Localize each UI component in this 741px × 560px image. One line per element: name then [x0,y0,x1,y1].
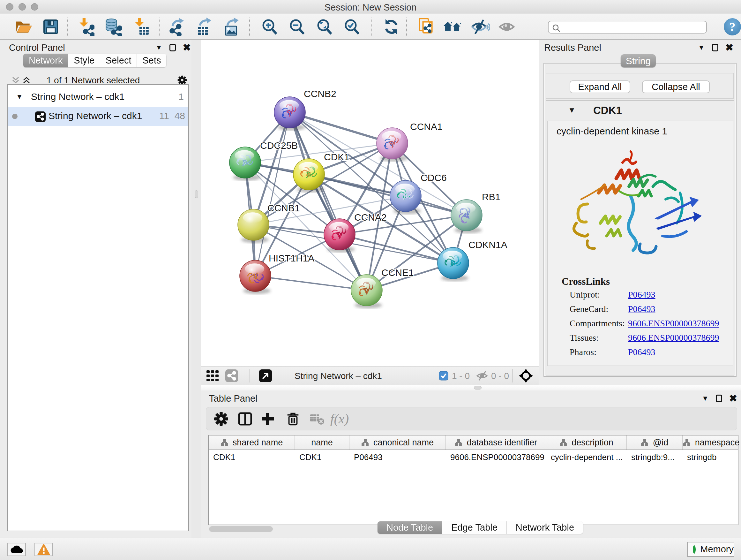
tab-node-table[interactable]: Node Table [378,521,442,534]
toolbar-separator [406,17,407,36]
node-RB1[interactable] [451,199,482,233]
import-network-database-icon[interactable] [104,17,122,36]
import-table-icon[interactable] [131,17,150,36]
gene-section-header[interactable]: ▼ CDK1 [546,101,734,120]
tab-style[interactable]: Style [68,54,100,67]
import-network-file-icon[interactable] [76,17,94,36]
window-title: Session: New Session [0,2,741,13]
hidden-eye-icon[interactable] [476,370,489,381]
crosslink-link[interactable]: P06493 [628,304,656,314]
column-header-sharedname[interactable]: shared name [209,435,295,449]
tab-sets[interactable]: Sets [137,54,166,67]
network-collection-row[interactable]: ▼ String Network – cdk1 1 [8,89,188,107]
close-panel-icon[interactable]: ✖ [725,44,733,51]
cell-namespace[interactable]: stringdb [683,450,740,464]
zoom-out-icon[interactable] [288,18,306,36]
node-CCNA1[interactable] [377,128,408,162]
crosslink-link[interactable]: 9606.ENSP00000378699 [628,333,719,343]
show-hide-panels-icon[interactable] [471,18,490,36]
fit-selected-icon[interactable] [519,368,533,383]
close-panel-icon[interactable]: ✖ [729,395,737,402]
crosslink-link[interactable]: P06493 [628,290,656,300]
collapse-panel-icon[interactable]: ▼ [698,44,705,52]
column-header-id[interactable]: @id [627,435,683,449]
refresh-icon[interactable] [382,18,400,36]
open-session-icon[interactable] [14,17,32,36]
cell-id[interactable]: stringdb:9... [627,450,683,464]
node-HIST1H1A[interactable] [240,260,271,294]
column-header-databaseidentifier[interactable]: database identifier [446,435,546,449]
help-button[interactable]: ? [724,18,741,36]
float-panel-icon[interactable] [712,44,718,51]
gear-icon[interactable] [178,75,187,85]
tab-select[interactable]: Select [100,54,137,67]
tab-edge-table[interactable]: Edge Table [442,521,507,534]
node-CDKN1A[interactable] [437,247,469,281]
vertical-splitter-handle[interactable] [195,190,198,198]
add-column-icon[interactable] [260,412,275,426]
eye-icon[interactable] [498,18,517,36]
horizontal-splitter[interactable] [201,385,741,390]
cell-canonicalname[interactable]: P06493 [349,450,446,464]
home-icon[interactable] [443,18,462,36]
edge-CCNB2-HIST1H1A[interactable] [255,112,290,276]
float-panel-icon[interactable] [716,395,722,402]
node-CCNA2[interactable] [324,219,355,253]
section-expand-icon[interactable]: ▼ [568,106,576,115]
cell-name[interactable]: CDK1 [295,450,349,464]
cell-description[interactable]: cyclin-dependent ... [546,450,627,464]
horizontal-scrollbar[interactable] [209,526,273,532]
show-columns-icon[interactable] [238,412,253,426]
node-CCNB1[interactable] [238,209,269,243]
open-in-window-icon[interactable] [259,369,272,382]
zoom-selected-icon[interactable] [343,18,361,36]
delete-table-icon[interactable] [310,413,325,425]
warnings-button[interactable] [35,543,53,556]
zoom-fit-icon[interactable] [316,18,333,36]
node-CDK1[interactable] [293,159,325,192]
collapse-panel-icon[interactable]: ▼ [702,394,709,402]
crosslink-link[interactable]: 9606.ENSP00000378699 [628,318,719,328]
column-header-name[interactable]: name [295,435,349,449]
crosslink-link[interactable]: P06493 [628,347,656,357]
export-table-icon[interactable] [195,17,214,36]
horizontal-splitter-handle[interactable] [474,386,482,389]
column-header-description[interactable]: description [546,435,627,449]
column-header-canonicalname[interactable]: canonical name [349,435,446,449]
automation-status-button[interactable] [7,543,26,556]
search-input[interactable] [562,22,703,32]
collapse-panel-icon[interactable]: ▼ [155,44,162,52]
save-session-icon[interactable] [42,18,60,36]
network-view-icon[interactable] [225,369,238,382]
node-CCNE1[interactable] [351,274,382,308]
zoom-in-icon[interactable] [261,18,279,36]
network-canvas[interactable]: CCNB2CCNA1CDC25BCDK1CDC6RB1CCNB1CCNA2CDK… [201,40,539,366]
table-row[interactable]: CDK1CDK1P064939606.ENSP00000378699cyclin… [209,450,738,464]
cell-sharedname[interactable]: CDK1 [209,450,295,464]
cell-databaseidentifier[interactable]: 9606.ENSP00000378699 [446,450,546,464]
table-settings-gear-icon[interactable] [214,412,228,426]
close-panel-icon[interactable]: ✖ [183,44,191,51]
node-CDC25B[interactable] [229,147,261,181]
collapse-all-button[interactable]: Collapse All [642,80,710,93]
column-header-namespace[interactable]: namespace [683,435,740,449]
edge-CCNB2-CCNA1[interactable] [290,112,392,143]
edge-HIST1H1A-CCNE1[interactable] [255,276,367,290]
tab-network[interactable]: Network [23,54,68,67]
export-network-icon[interactable] [168,17,186,36]
edge-CCNB2-CCNE1[interactable] [290,112,367,290]
network-view-toolbar: String Network – cdk1 1 - 0 0 - 0 [201,366,539,385]
delete-column-icon[interactable] [286,412,300,426]
selected-checkbox-icon[interactable] [439,371,448,381]
expand-all-button[interactable]: Expand All [569,80,630,93]
float-panel-icon[interactable] [170,44,176,51]
tab-network-table[interactable]: Network Table [507,521,583,534]
function-builder-icon[interactable]: f(x) [330,411,349,427]
grid-view-icon[interactable] [206,369,219,382]
network-row-selected[interactable]: String Network – cdk1 11 48 [8,107,188,126]
memory-button[interactable]: Memory [687,542,734,557]
copy-network-icon[interactable] [418,17,436,36]
tab-string[interactable]: String [621,54,656,67]
tree-expand-icon[interactable]: ▼ [16,92,23,101]
export-image-icon[interactable] [223,17,241,36]
